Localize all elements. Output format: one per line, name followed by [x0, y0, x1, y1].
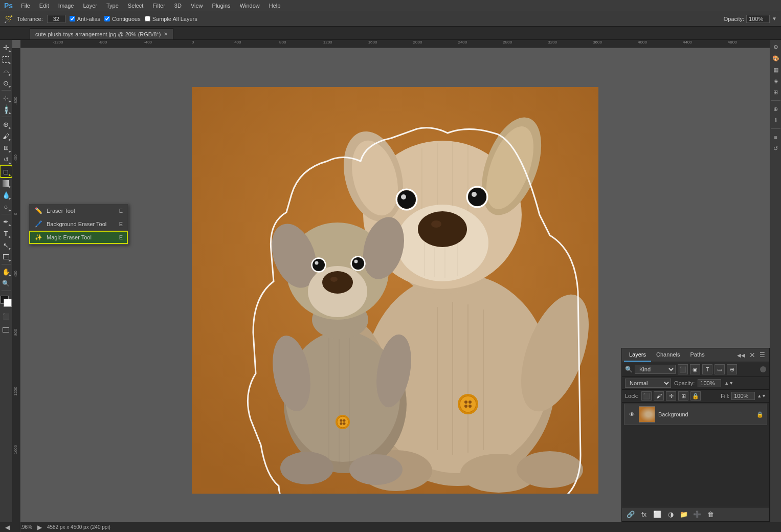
- menu-3d[interactable]: 3D: [170, 2, 186, 10]
- patterns-icon[interactable]: ⊞: [771, 87, 781, 97]
- menu-filter[interactable]: Filter: [148, 2, 169, 10]
- hand-tool[interactable]: ✋ ▶: [1, 266, 12, 277]
- properties-icon[interactable]: ⚙: [771, 42, 781, 52]
- menu-view[interactable]: View: [187, 2, 207, 10]
- menu-file[interactable]: File: [17, 2, 34, 10]
- quick-select-tool[interactable]: ⊙ ▶: [1, 77, 12, 88]
- document-tab[interactable]: cute-plush-toys-arrangement.jpg @ 20% (R…: [30, 28, 173, 39]
- lock-artboard-btn[interactable]: ⊞: [678, 391, 688, 401]
- filter-toggle[interactable]: [760, 366, 766, 372]
- blur-tool[interactable]: 💧 ▶: [1, 189, 12, 201]
- background-eraser-item[interactable]: 🖊️ Background Eraser Tool E: [29, 217, 128, 231]
- fill-stepper[interactable]: ▲▼: [757, 393, 766, 398]
- lock-image-btn[interactable]: 🖌: [654, 391, 664, 401]
- panel-close[interactable]: ✕: [747, 351, 757, 359]
- ruler-mark: -1200: [53, 40, 63, 45]
- marquee-tool[interactable]: ▶: [1, 54, 12, 65]
- history-brush-tool[interactable]: ↺ ▶: [1, 154, 12, 165]
- menu-help[interactable]: Help: [265, 2, 285, 10]
- filter-smart-btn[interactable]: ⊕: [727, 364, 737, 374]
- opacity-dropdown-icon[interactable]: ▼: [772, 16, 777, 21]
- panel-menu-icon[interactable]: ☰: [757, 351, 767, 359]
- new-adjustment-btn[interactable]: ◑: [665, 509, 676, 520]
- menu-edit[interactable]: Edit: [35, 2, 53, 10]
- menu-type[interactable]: Type: [102, 2, 123, 10]
- svg-point-37: [468, 401, 472, 404]
- anti-alias-checkbox[interactable]: [70, 16, 75, 21]
- menu-image[interactable]: Image: [54, 2, 78, 10]
- lock-transparent-btn[interactable]: ⬛: [641, 391, 652, 401]
- opacity-input[interactable]: [746, 15, 770, 23]
- eraser-tool-item[interactable]: ✏️ Eraser Tool E: [29, 204, 128, 217]
- healing-tool[interactable]: ⊕ ▶: [1, 119, 12, 130]
- layer-visibility-toggle[interactable]: 👁: [628, 410, 636, 418]
- move-tool[interactable]: ✛ ▶: [1, 42, 12, 53]
- add-mask-btn[interactable]: ⬜: [652, 509, 663, 520]
- screen-mode-tool[interactable]: [1, 324, 12, 336]
- eraser-tool[interactable]: ◻ ▶: [1, 166, 12, 177]
- filter-adjustment-btn[interactable]: ◉: [690, 364, 700, 374]
- tool-icon: 🪄: [4, 15, 13, 23]
- link-layers-btn[interactable]: 🔗: [625, 509, 636, 520]
- layer-background-row[interactable]: 👁 Background 🔒: [624, 404, 767, 425]
- opacity-stepper[interactable]: ▲▼: [724, 381, 733, 386]
- magic-eraser-item[interactable]: ✨ Magic Eraser Tool E: [29, 231, 128, 244]
- tab-close-button[interactable]: ✕: [164, 31, 168, 37]
- status-next[interactable]: ▶: [37, 524, 42, 531]
- lasso-tool[interactable]: ⌓ ▶: [1, 65, 12, 77]
- ruler-mark: 2800: [503, 40, 512, 45]
- dodge-tool[interactable]: ○ ▶: [1, 201, 12, 212]
- new-layer-btn[interactable]: ➕: [691, 509, 703, 520]
- menu-window[interactable]: Window: [236, 2, 264, 10]
- channels-tab[interactable]: Channels: [651, 348, 685, 362]
- paths-tab[interactable]: Paths: [685, 348, 710, 362]
- filter-shape-btn[interactable]: ▭: [715, 364, 725, 374]
- layers-tab[interactable]: Layers: [624, 348, 651, 362]
- path-select-tool[interactable]: ↖ ▶: [1, 239, 12, 251]
- lock-all-btn[interactable]: 🔒: [690, 391, 701, 401]
- history-icon[interactable]: ↺: [771, 143, 781, 153]
- brush-tool[interactable]: 🖌 ▶: [1, 130, 12, 142]
- new-group-btn[interactable]: 📁: [678, 509, 689, 520]
- quick-mask-tool[interactable]: ⬛: [1, 311, 12, 322]
- layers-filter-kind[interactable]: Kind: [635, 365, 676, 374]
- clone-stamp-tool[interactable]: ⊞ ▶: [1, 142, 12, 153]
- sample-all-checkbox[interactable]: [145, 16, 150, 21]
- tolerance-input[interactable]: [47, 15, 65, 23]
- blend-mode-select[interactable]: Normal: [625, 379, 671, 388]
- fill-value[interactable]: [731, 392, 755, 400]
- gradients-icon[interactable]: ◈: [771, 76, 781, 86]
- color-icon[interactable]: 🎨: [771, 53, 781, 63]
- delete-layer-btn[interactable]: 🗑: [705, 509, 716, 520]
- adjustments-icon[interactable]: ⊕: [771, 104, 781, 114]
- add-style-btn[interactable]: fx: [638, 509, 650, 520]
- filter-pixel-btn[interactable]: ⬛: [678, 364, 688, 374]
- lock-position-btn[interactable]: ✛: [666, 391, 676, 401]
- canvas-document[interactable]: [192, 87, 598, 494]
- contiguous-checkbox[interactable]: [104, 16, 110, 21]
- panel-expand-collapse[interactable]: ◀◀: [735, 352, 747, 358]
- crop-tool[interactable]: ⊹ ▶: [1, 92, 12, 103]
- status-prev[interactable]: ◀: [5, 524, 10, 531]
- info-icon[interactable]: ℹ: [771, 115, 781, 125]
- zoom-tool[interactable]: 🔍: [1, 278, 12, 289]
- menu-layer[interactable]: Layer: [79, 2, 101, 10]
- text-tool[interactable]: T ▶: [1, 228, 12, 239]
- background-color[interactable]: [4, 299, 12, 307]
- anti-alias-group: Anti-alias: [70, 16, 100, 22]
- ruler-v-mark: -400: [13, 154, 18, 163]
- ruler-mark: 4000: [638, 40, 647, 45]
- menu-plugins[interactable]: Plugins: [208, 2, 235, 10]
- layer-comps-icon[interactable]: ≡: [771, 132, 781, 142]
- menu-select[interactable]: Select: [124, 2, 148, 10]
- eyedropper-tool[interactable]: 💉 ▶: [1, 104, 12, 115]
- shape-tool[interactable]: ▶: [1, 251, 12, 262]
- opacity-value-layers[interactable]: [698, 379, 721, 387]
- layers-footer: 🔗 fx ⬜ ◑ 📁 ➕ 🗑: [622, 507, 769, 521]
- pen-tool[interactable]: ✒ ▶: [1, 216, 12, 227]
- svg-point-57: [315, 261, 319, 264]
- filter-type-btn[interactable]: T: [702, 364, 712, 374]
- gradient-tool[interactable]: ▶: [1, 178, 12, 189]
- foreground-background-colors: [1, 296, 12, 307]
- swatches-icon[interactable]: ▦: [771, 64, 781, 75]
